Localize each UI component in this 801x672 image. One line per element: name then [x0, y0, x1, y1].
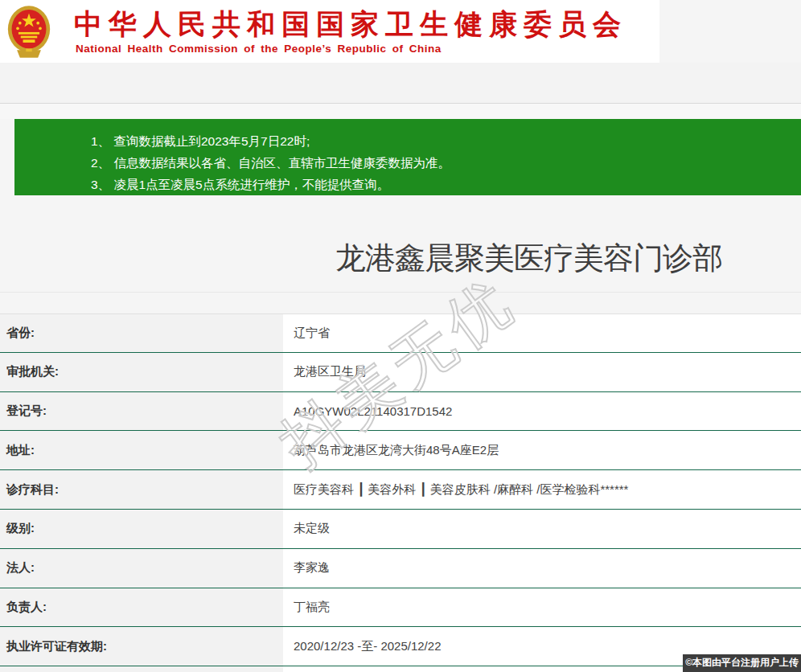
row-label: 省份:: [0, 314, 283, 352]
table-row-legal-person: 法人: 李家逸: [0, 549, 801, 588]
row-value: 医疗美容科 ┃ 美容外科 ┃ 美容皮肤科 /麻醉科 /医学检验科******: [283, 470, 801, 509]
table-row-treatment-subjects: 诊疗科目: 医疗美容科 ┃ 美容外科 ┃ 美容皮肤科 /麻醉科 /医学检验科**…: [0, 470, 801, 510]
china-national-emblem-icon: [6, 3, 51, 59]
table-row-address: 地址: 葫芦岛市龙港区龙湾大街48号A座E2层: [0, 431, 801, 470]
row-label: 审批机关:: [0, 353, 283, 391]
row-value: 李家逸: [283, 549, 801, 588]
notice-banner: 1、 查询数据截止到2023年5月7日22时; 2、 信息数据结果以各省、自治区…: [14, 119, 801, 195]
table-row-person-in-charge: 负责人: 丁福亮: [0, 588, 801, 628]
row-label: 法人:: [0, 549, 283, 588]
upload-credit-badge: ©本图由平台注册用户上传: [683, 654, 801, 672]
row-label: 登记号:: [0, 392, 283, 431]
site-title-english: National Health Commission of the People…: [76, 43, 442, 55]
row-value: 丁福亮: [283, 588, 801, 627]
notice-line-2: 2、 信息数据结果以各省、自治区、直辖市卫生健康委数据为准。: [91, 152, 801, 174]
table-row-cropped: [0, 666, 801, 672]
row-label: 级别:: [0, 510, 283, 548]
row-value: A10GYW02L21140317D1542: [283, 392, 801, 431]
table-row-province: 省份: 辽宁省: [0, 313, 801, 353]
section-divider: [0, 292, 801, 293]
table-row-approval-authority: 审批机关: 龙港区卫生局: [0, 353, 801, 392]
row-label: 负责人:: [0, 588, 283, 627]
pre-notice-band: [0, 104, 801, 119]
row-value: 龙港区卫生局: [283, 353, 801, 391]
site-header: 中华人民共和国国家卫生健康委员会 National Health Commiss…: [0, 0, 659, 63]
row-value: 葫芦岛市龙港区龙湾大街48号A座E2层: [283, 431, 801, 469]
row-label: 执业许可证有效期:: [0, 627, 283, 666]
institution-name-title: 龙港鑫晨聚美医疗美容门诊部: [335, 238, 722, 279]
site-title-chinese: 中华人民共和国国家卫生健康委员会: [74, 6, 627, 43]
notice-line-1: 1、 查询数据截止到2023年5月7日22时;: [91, 130, 801, 152]
table-row-license-validity: 执业许可证有效期: 2020/12/23 -至- 2025/12/22: [0, 627, 801, 666]
nhc-query-result-page: 中华人民共和国国家卫生健康委员会 National Health Commiss…: [0, 0, 801, 672]
row-label: [0, 666, 283, 672]
notice-line-3: 3、 凌晨1点至凌晨5点系统进行维护，不能提供查询。: [91, 174, 801, 195]
header-titles: 中华人民共和国国家卫生健康委员会 National Health Commiss…: [74, 0, 653, 63]
table-row-level: 级别: 未定级: [0, 510, 801, 549]
row-value: 未定级: [283, 510, 801, 548]
row-label: 地址:: [0, 431, 283, 469]
row-value: 辽宁省: [283, 314, 801, 352]
header-lower-band: [0, 63, 801, 103]
table-row-registration-number: 登记号: A10GYW02L21140317D1542: [0, 392, 801, 432]
institution-info-table: 省份: 辽宁省 审批机关: 龙港区卫生局 登记号: A10GYW02L21140…: [0, 313, 801, 672]
row-label: 诊疗科目:: [0, 470, 283, 509]
